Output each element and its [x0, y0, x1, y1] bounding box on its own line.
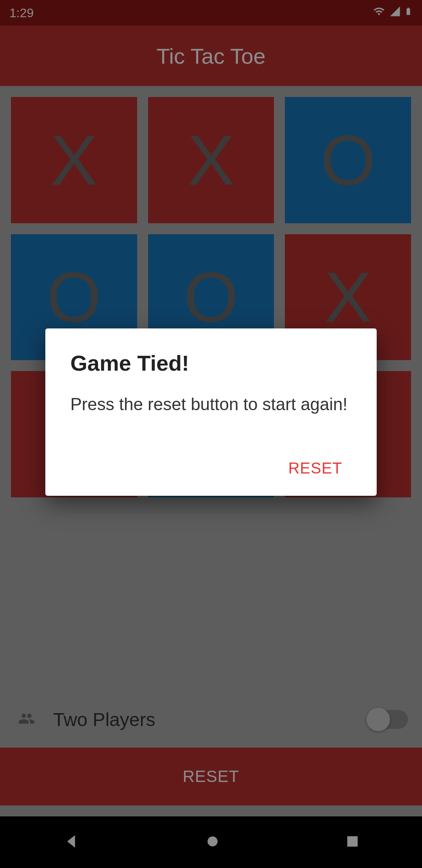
dialog-actions: RESET: [70, 453, 352, 483]
dialog-title: Game Tied!: [70, 350, 352, 376]
game-result-dialog: Game Tied! Press the reset button to sta…: [45, 328, 377, 496]
dialog-message: Press the reset button to start again!: [70, 395, 352, 414]
dialog-reset-button[interactable]: RESET: [279, 453, 352, 483]
